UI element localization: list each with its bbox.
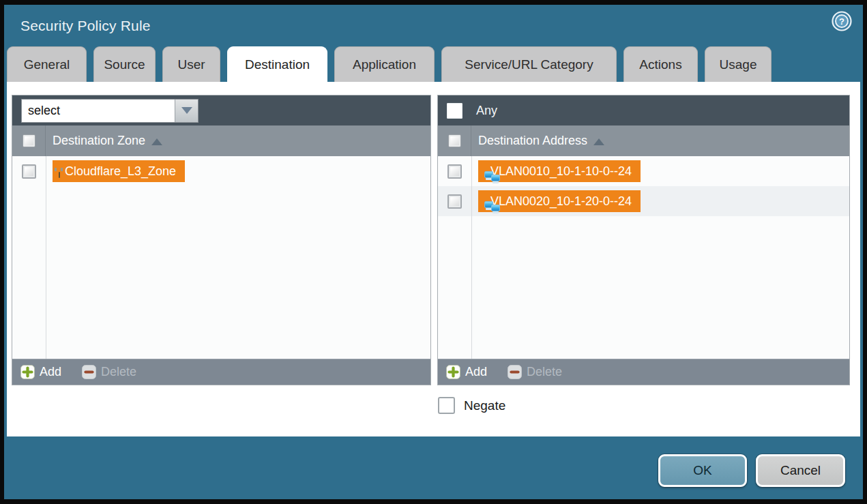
zone-tag[interactable]: Cloudflare_L3_Zone: [53, 160, 185, 182]
zone-delete-button[interactable]: Delete: [82, 365, 136, 379]
delete-icon: [508, 365, 522, 379]
tab-source[interactable]: Source: [93, 46, 156, 82]
zone-panel-footer: Add Delete: [12, 359, 430, 385]
any-checkbox[interactable]: [447, 103, 462, 119]
sort-ascending-icon[interactable]: [151, 138, 162, 145]
zone-select-combobox[interactable]: select: [21, 99, 199, 123]
svg-text:?: ?: [839, 16, 844, 27]
zone-column-label[interactable]: Destination Zone: [53, 134, 145, 148]
address-label: VLAN0010_10-1-10-0--24: [490, 164, 632, 179]
zone-select-dropdown-button[interactable]: [175, 100, 198, 122]
sort-ascending-icon[interactable]: [593, 138, 604, 145]
address-column-header: Destination Address: [438, 125, 849, 156]
add-icon: [446, 365, 460, 379]
address-list: VLAN0010_10-1-10-0--24: [438, 156, 849, 359]
address-label: VLAN0020_10-1-20-0--24: [490, 194, 632, 209]
title-bar: Security Policy Rule ?: [4, 5, 863, 46]
dialog-title: Security Policy Rule: [20, 18, 151, 34]
zone-row-checkbox[interactable]: [22, 164, 36, 179]
address-column-label[interactable]: Destination Address: [478, 134, 587, 148]
address-row-checkbox[interactable]: [447, 194, 462, 209]
destination-address-panel: Any Destination Address: [437, 95, 850, 385]
tab-destination[interactable]: Destination: [227, 46, 327, 82]
select-all-addresses-checkbox[interactable]: [448, 134, 461, 147]
destination-tab-content: select Destination Zone: [7, 82, 860, 436]
tab-general[interactable]: General: [7, 46, 87, 82]
address-row[interactable]: VLAN0010_10-1-10-0--24: [438, 156, 849, 186]
address-panel-footer: Add Delete: [438, 359, 849, 385]
address-delete-button[interactable]: Delete: [508, 365, 562, 379]
tab-application[interactable]: Application: [334, 46, 435, 82]
address-add-button[interactable]: Add: [446, 365, 487, 379]
destination-zone-panel: select Destination Zone: [12, 95, 431, 385]
address-row[interactable]: VLAN0020_10-1-20-0--24: [438, 186, 849, 216]
zone-select-value[interactable]: select: [22, 100, 175, 122]
zone-list: Cloudflare_L3_Zone: [12, 156, 430, 359]
zone-column-header: Destination Zone: [12, 125, 430, 156]
security-policy-rule-dialog: Security Policy Rule ? General Source Us…: [4, 5, 863, 499]
negate-control: Negate: [438, 397, 505, 414]
add-icon: [20, 365, 35, 379]
address-tag[interactable]: VLAN0010_10-1-10-0--24: [478, 160, 641, 182]
address-row-checkbox[interactable]: [447, 164, 462, 179]
tab-usage[interactable]: Usage: [705, 46, 772, 82]
address-panel-toolbar: Any: [438, 95, 849, 125]
address-tag[interactable]: VLAN0020_10-1-20-0--24: [478, 190, 641, 212]
zone-panel-toolbar: select: [12, 95, 430, 125]
negate-checkbox[interactable]: [438, 397, 455, 414]
tab-actions[interactable]: Actions: [623, 46, 698, 82]
delete-icon: [82, 365, 96, 379]
zone-add-button[interactable]: Add: [20, 365, 61, 379]
help-icon[interactable]: ?: [832, 11, 852, 31]
negate-label: Negate: [464, 398, 505, 413]
zone-label: Cloudflare_L3_Zone: [65, 164, 176, 179]
zone-row[interactable]: Cloudflare_L3_Zone: [12, 156, 430, 186]
tab-user[interactable]: User: [162, 46, 220, 82]
select-all-zones-checkbox[interactable]: [23, 134, 35, 147]
tab-bar: General Source User Destination Applicat…: [7, 46, 860, 82]
chevron-down-icon: [181, 107, 192, 114]
tab-service-url-category[interactable]: Service/URL Category: [441, 46, 617, 82]
any-label: Any: [476, 104, 497, 118]
ok-button[interactable]: OK: [658, 454, 747, 487]
cancel-button[interactable]: Cancel: [756, 454, 845, 487]
